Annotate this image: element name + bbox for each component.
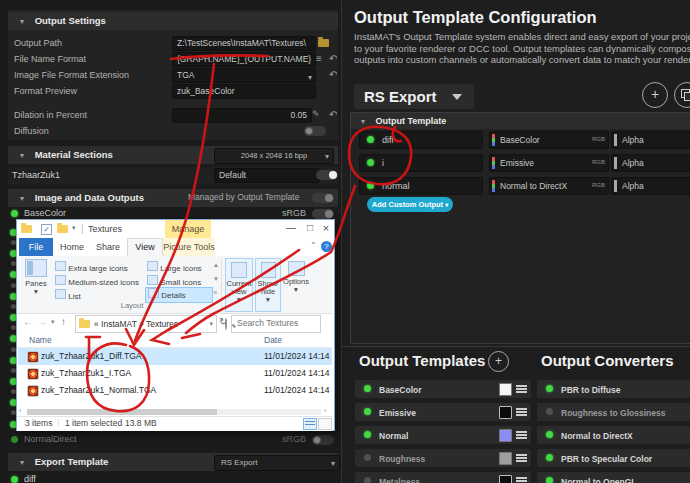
more-icon[interactable]: ≡ [213,289,217,296]
qat-dropdown-icon[interactable]: ▾ [72,224,76,232]
file-name[interactable]: zuk_TzhaarZuk1_Normal.TGA [41,382,156,399]
layout-large-icons[interactable]: Large icons [147,261,202,275]
export-preset-dropdown[interactable]: RS Export ▾ [214,455,340,471]
reset-icon[interactable]: ↶ [329,68,337,81]
menu-icon[interactable] [516,454,527,463]
output-name-field[interactable]: i [359,154,483,172]
output-name-field[interactable]: diff [359,131,483,149]
show-hide-button[interactable]: Show/ hide ▾ [255,258,281,312]
converter-item[interactable]: Roughness to Glossiness [537,403,690,421]
scroll-down-icon[interactable]: ▼ [213,276,219,282]
managed-toggle[interactable] [312,193,334,203]
layout-list[interactable]: List [55,289,81,303]
back-icon[interactable]: ← [23,316,33,327]
tab-share[interactable]: Share [91,238,125,256]
srgb-toggle[interactable] [312,435,334,445]
hscrollbar-thumb[interactable] [27,409,217,415]
details-view-button[interactable] [303,418,317,430]
tab-file[interactable]: File [19,238,53,256]
help-icon[interactable]: ? [321,241,332,252]
status-dot [367,159,374,166]
tab-picture-tools[interactable]: Picture Tools [163,238,215,256]
output-template-header[interactable]: ▾ Output Template [351,113,690,129]
converter-item[interactable]: PBR to Diffuse [537,380,690,398]
reset-icon[interactable]: ↶ [329,108,337,121]
scroll-up-icon[interactable]: ▲ [213,262,219,268]
file-name[interactable]: zuk_TzhaarZuk1_I.TGA [41,365,131,382]
dilation-field[interactable]: 0.05 [172,108,312,123]
file-name-format-field[interactable]: {GRAPH.NAME}_{OUTPUT.NAME} [172,52,316,67]
menu-icon[interactable] [516,408,527,417]
output-alpha-field[interactable]: Alpha [611,131,690,149]
output-settings-header[interactable]: ▾ Output Settings [8,12,338,30]
menu-icon[interactable] [516,477,527,483]
scroll-left-icon[interactable]: ‹ [19,407,21,414]
file-name[interactable]: zuk_TzhaarZuk1_Diff.TGA [41,348,141,365]
tab-home[interactable]: Home [55,238,89,256]
edit-pencil-icon[interactable]: ✎ [312,108,320,121]
tab-view[interactable]: View [127,238,163,256]
reset-icon[interactable]: ↶ [329,52,337,65]
material-preset-field[interactable]: Default [214,168,320,183]
converter-item[interactable]: PBR to Specular Color [537,449,690,467]
duplicate-template-button[interactable] [674,82,690,108]
output-name-field[interactable]: normal [359,177,483,195]
srgb-toggle[interactable] [312,209,334,219]
diffusion-toggle[interactable] [304,126,326,136]
layout-extra-large-icons[interactable]: Extra large icons [55,261,128,275]
search-box[interactable] [231,315,321,333]
color-swatch[interactable] [499,475,512,483]
output-alpha-field[interactable]: Alpha [611,177,690,195]
breadcrumb[interactable]: « InstaMAT » Textures ▾ [75,315,217,333]
panes-button[interactable]: Panes ▾ [22,259,50,309]
color-swatch[interactable] [499,452,512,465]
options-button[interactable]: Options ▾ [283,258,309,310]
menu-icon[interactable] [516,431,527,440]
color-swatch[interactable] [499,383,512,396]
up-icon[interactable]: ↑ [61,316,66,327]
material-toggle[interactable] [316,170,338,180]
maximize-button[interactable]: □ [302,222,318,233]
layout-medium-icons[interactable]: Medium-sized icons [55,275,139,289]
add-custom-output-button[interactable]: Add Custom Output ▾ [367,197,453,212]
current-view-button[interactable]: Current view ▾ [225,258,253,312]
template-item[interactable]: BaseColor [355,380,531,398]
extension-dropdown[interactable]: TGA ▾ [172,68,316,83]
history-chevron-icon[interactable]: ▾ [51,318,55,326]
output-map-field[interactable]: Normal to DirectX RGB [489,177,609,195]
column-date[interactable]: Date [264,335,282,345]
menu-icon[interactable] [516,385,527,394]
folder-icon[interactable] [57,225,68,233]
template-item[interactable]: Normal [355,426,531,444]
color-swatch[interactable] [499,406,512,419]
column-name[interactable]: Name [29,335,52,345]
template-item[interactable]: Emissive [355,403,531,421]
manage-contextual-tab[interactable]: Manage [165,220,211,238]
output-alpha-field[interactable]: Alpha [611,154,690,172]
search-input[interactable] [235,317,309,329]
alpha-name: Alpha [622,180,644,193]
collapse-ribbon-icon[interactable]: ⌃ [310,241,317,250]
layout-details[interactable]: Details [145,287,213,303]
thumbnail-view-button[interactable] [318,418,332,430]
hscrollbar-track[interactable] [27,409,321,415]
folder-icon[interactable] [318,39,329,47]
template-item[interactable]: Metalness [355,472,531,483]
template-item[interactable]: Roughness [355,449,531,467]
resolution-dropdown[interactable]: 2048 x 2048 16 bpp ▾ [214,148,334,164]
converter-item[interactable]: Normal to OpenGL [537,472,690,483]
checkbox-icon[interactable]: ✓ [41,224,52,235]
menu-icon[interactable]: ≡ [316,52,322,65]
forward-icon[interactable]: → [37,316,47,327]
add-template-button[interactable]: + [642,82,668,108]
preset-dropdown[interactable]: RS Export [354,84,474,109]
color-swatch[interactable] [499,429,512,442]
minimize-button[interactable]: — [283,222,299,233]
add-output-template-button[interactable]: + [488,351,509,372]
scroll-right-icon[interactable]: › [324,407,326,414]
close-button[interactable]: × [319,222,333,234]
output-map-field[interactable]: Emissive RGB [489,154,609,172]
output-path-field[interactable]: Z:\TestScenes\InstaMAT\Textures\ [172,36,316,51]
output-map-field[interactable]: BaseColor RGB [489,131,609,149]
converter-item[interactable]: Normal to DirectX [537,426,690,444]
